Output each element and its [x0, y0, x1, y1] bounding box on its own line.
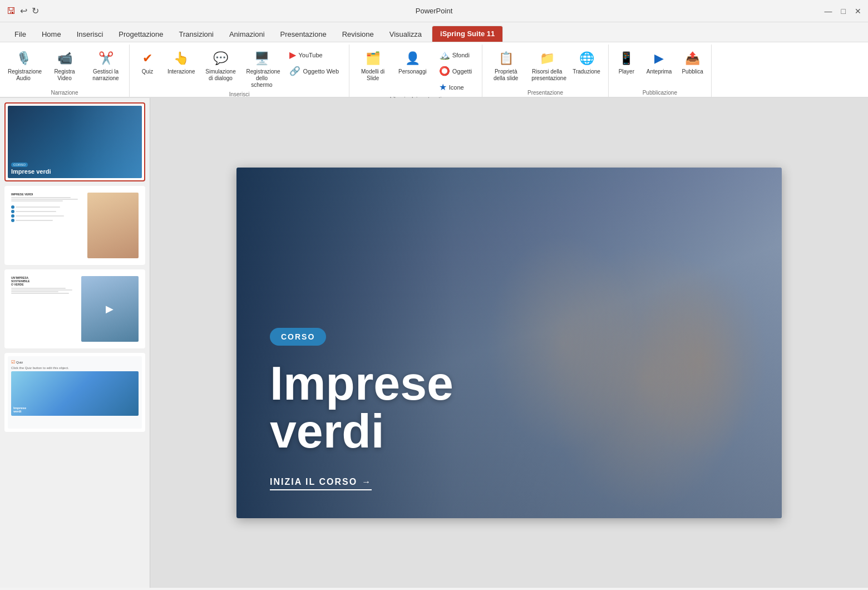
tab-animazioni[interactable]: Animazioni — [221, 27, 273, 42]
slide-canvas[interactable]: CORSO Imprese verdi INIZIA IL CORSO → — [236, 168, 782, 518]
close-button[interactable]: ✕ — [855, 7, 861, 16]
microphone-icon: 🎙️ — [13, 48, 33, 68]
slide-cta: INIZIA IL CORSO → — [270, 477, 372, 490]
anteprima-button[interactable]: ▶ Anteprima — [643, 47, 675, 77]
oggetti-button[interactable]: ⭕ Oggetti — [436, 64, 475, 78]
preview-icon: ▶ — [649, 48, 669, 68]
app-title: PowerPoint — [416, 7, 452, 15]
simulazione-button[interactable]: 💬 Simulazione di dialogo — [201, 47, 239, 83]
registrazione-schermo-button[interactable]: 🖥️ Registrazione dello schermo — [243, 47, 280, 90]
quiz-button[interactable]: ✔ Quiz — [134, 47, 161, 77]
slides-icon: 🗂️ — [363, 48, 383, 68]
player-button[interactable]: 📱 Player — [613, 47, 640, 77]
oggetti-icon: ⭕ — [439, 66, 450, 76]
gestisci-button[interactable]: ✂️ Gestisci la narrazione — [87, 47, 125, 83]
slide-badge: CORSO — [270, 328, 326, 346]
sfondi-button[interactable]: 🏔️ Sfondi — [436, 48, 475, 62]
tab-revisione[interactable]: Revisione — [334, 27, 382, 42]
ribbon-group-narrazione: 🎙️ Registrazione Audio 📹 Registra Video … — [0, 45, 130, 97]
slide-1-title: Imprese verdi — [11, 168, 139, 175]
properties-icon: 📋 — [496, 48, 516, 68]
slide-thumb-4[interactable]: ☑ Quiz Click the Quiz button to edit thi… — [4, 353, 145, 432]
icone-button[interactable]: ★ Icone — [436, 80, 475, 94]
modelli-button[interactable]: 🗂️ Modelli di Slide — [354, 47, 392, 83]
ribbon-group-pubblicazione: 📱 Player ▶ Anteprima 📤 Pubblica Pubblica… — [609, 45, 712, 97]
slide-area: CORSO Imprese verdi INIZIA IL CORSO → — [150, 98, 868, 588]
slide-cta-text: INIZIA IL CORSO — [270, 477, 357, 487]
narrazione-group-label: Narrazione — [4, 88, 125, 97]
tab-visualizza[interactable]: Visualizza — [382, 27, 430, 42]
dialog-icon: 💬 — [210, 48, 230, 68]
interazione-button[interactable]: 👆 Interazione — [164, 47, 198, 77]
icone-label: Icone — [449, 84, 464, 91]
undo-icon[interactable]: ↩ — [20, 6, 27, 16]
oggetto-web-label: Oggetto Web — [303, 68, 339, 75]
tab-ispring[interactable]: iSpring Suite 11 — [432, 26, 503, 42]
slide-cta-arrow: → — [362, 477, 372, 487]
oggetto-web-button[interactable]: 🔗 Oggetto Web — [286, 64, 342, 78]
reg-video-label: Registra Video — [49, 68, 80, 82]
quiz-icon: ✔ — [137, 48, 157, 68]
ribbon-group-libreria: 🗂️ Modelli di Slide 👤 Personaggi 🏔️ Sfon… — [349, 45, 482, 97]
traduzione-label: Traduzione — [573, 68, 600, 75]
tab-presentazione[interactable]: Presentazione — [273, 27, 334, 42]
proprieta-button[interactable]: 📋 Proprietà della slide — [487, 47, 525, 83]
inserisci-group-label: Inserisci — [134, 90, 344, 99]
minimize-button[interactable]: — — [825, 7, 832, 16]
reg-video-button[interactable]: 📹 Registra Video — [46, 47, 83, 83]
pubblicazione-group-label: Pubblicazione — [613, 88, 707, 97]
risorse-button[interactable]: 📁 Risorsi della presentazione — [528, 47, 566, 83]
quick-access-toolbar: 🖫 ↩ ↻ — [7, 6, 39, 16]
modelli-label: Modelli di Slide — [357, 68, 388, 82]
resources-icon: 📁 — [537, 48, 557, 68]
tab-file[interactable]: File — [7, 27, 34, 42]
ribbon-group-inserisci: ✔ Quiz 👆 Interazione 💬 Simulazione di di… — [130, 45, 349, 97]
save-icon[interactable]: 🖫 — [7, 6, 16, 16]
registrazione-label: Registrazione dello schermo — [246, 68, 277, 88]
sfondi-label: Sfondi — [452, 52, 470, 58]
tab-transizioni[interactable]: Transizioni — [171, 27, 221, 42]
translate-icon: 🌐 — [576, 48, 596, 68]
tab-progettazione[interactable]: Progettazione — [111, 27, 171, 42]
window-controls: — □ ✕ — [825, 7, 861, 16]
reg-audio-label: Registrazione Audio — [8, 68, 39, 82]
maximize-button[interactable]: □ — [841, 7, 846, 16]
oggetti-label: Oggetti — [452, 68, 472, 75]
sfondi-icon: 🏔️ — [439, 50, 450, 60]
slide-thumb-1[interactable]: CORSO Imprese verdi — [4, 102, 145, 181]
slide-title: Imprese verdi — [270, 359, 748, 455]
redo-icon[interactable]: ↻ — [32, 6, 39, 16]
slide-2-thumbnail: IMPRESE VERDI — [8, 189, 142, 262]
slide-1-thumbnail: CORSO Imprese verdi — [8, 106, 142, 178]
slide-thumb-2[interactable]: IMPRESE VERDI — [4, 186, 145, 265]
scissors-icon: ✂️ — [96, 48, 116, 68]
slide-thumb-3[interactable]: UN'IMPRESA SOSTENIBILE O VERDE ▶ — [4, 269, 145, 348]
slide-3-thumbnail: UN'IMPRESA SOSTENIBILE O VERDE ▶ — [8, 273, 142, 345]
pubblica-label: Pubblica — [682, 68, 703, 75]
slide-title-line1: Imprese — [270, 356, 453, 410]
pubblica-button[interactable]: 📤 Pubblica — [678, 47, 706, 77]
slides-panel[interactable]: CORSO Imprese verdi IMPRESE VERDI — [0, 98, 150, 588]
presentazione-group-label: Presentazione — [487, 88, 604, 97]
quiz-label: Quiz — [142, 68, 154, 75]
player-icon: 📱 — [617, 48, 637, 68]
tab-inserisci[interactable]: Inserisci — [69, 27, 111, 42]
main-area: CORSO Imprese verdi IMPRESE VERDI — [0, 98, 868, 588]
traduzione-button[interactable]: 🌐 Traduzione — [569, 47, 604, 77]
youtube-button[interactable]: ▶ YouTube — [286, 48, 342, 62]
icone-icon: ★ — [439, 82, 447, 92]
personaggi-button[interactable]: 👤 Personaggi — [395, 47, 430, 77]
risorse-label: Risorsi della presentazione — [531, 68, 563, 82]
slide-title-line2: verdi — [270, 404, 384, 458]
personaggi-label: Personaggi — [398, 68, 427, 75]
ribbon-tabs: File Home Inserisci Progettazione Transi… — [0, 22, 868, 42]
ribbon: 🎙️ Registrazione Audio 📹 Registra Video … — [0, 42, 868, 98]
slide-4-thumbnail: ☑ Quiz Click the Quiz button to edit thi… — [8, 356, 142, 429]
reg-audio-button[interactable]: 🎙️ Registrazione Audio — [4, 47, 42, 83]
tab-home[interactable]: Home — [34, 27, 69, 42]
proprieta-label: Proprietà della slide — [490, 68, 521, 82]
web-icon: 🔗 — [289, 66, 300, 76]
slide-content: CORSO Imprese verdi INIZIA IL CORSO → — [236, 168, 782, 518]
ribbon-group-presentazione: 📋 Proprietà della slide 📁 Risorsi della … — [482, 45, 609, 97]
slide-1-badge: CORSO — [11, 163, 28, 167]
